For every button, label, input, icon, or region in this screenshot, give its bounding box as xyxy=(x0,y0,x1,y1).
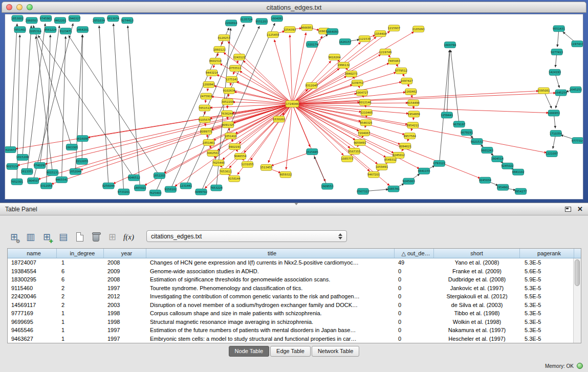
graph-node[interactable]: 8954211 xyxy=(407,122,419,128)
graph-node[interactable]: 9245034 xyxy=(479,177,492,183)
graph-node[interactable]: 1860122 xyxy=(213,47,226,53)
graph-node[interactable]: 2616095 xyxy=(76,136,89,142)
table-row[interactable]: 1872400712008Changes of HCN gene express… xyxy=(8,258,581,267)
graph-node[interactable]: 9102634 xyxy=(223,87,236,94)
graph-node[interactable]: 8099771 xyxy=(200,128,212,135)
table-row[interactable]: 1830029562008Estimation of significance … xyxy=(8,275,581,284)
column-header-year[interactable]: year xyxy=(104,249,146,258)
graph-node[interactable]: 1231055 xyxy=(241,161,253,167)
graph-node[interactable]: 8256044 xyxy=(102,183,115,189)
graph-node[interactable]: 9618264 xyxy=(328,54,341,60)
graph-node[interactable]: 9465541 xyxy=(55,177,68,183)
graph-node[interactable]: 9059491 xyxy=(354,140,366,146)
graph-node[interactable]: 9091325 xyxy=(222,122,234,128)
graph-node[interactable]: 1904507 xyxy=(27,178,39,184)
graph-node[interactable]: 9733201 xyxy=(118,189,130,195)
graph-node[interactable]: 2475911 xyxy=(200,93,212,99)
new-table-icon[interactable] xyxy=(73,230,86,244)
graph-node[interactable]: 1852203 xyxy=(153,172,166,179)
graph-node[interactable]: 9105674 xyxy=(199,117,211,123)
graph-node[interactable]: 2620655 xyxy=(5,147,16,153)
graph-node[interactable]: 9245003 xyxy=(403,178,416,184)
graph-node[interactable]: 1320174 xyxy=(306,41,319,48)
graph-node[interactable]: 9561224 xyxy=(44,27,57,33)
tab-node-table[interactable]: Node Table xyxy=(229,346,269,357)
graph-node[interactable]: 7652301 xyxy=(11,179,23,185)
graph-node[interactable]: 8567322 xyxy=(357,188,369,194)
graph-node[interactable]: 1231441 xyxy=(180,183,192,189)
table-settings-icon[interactable]: ⊞ ⚙ xyxy=(7,230,21,244)
graph-node[interactable]: 7204067 xyxy=(358,130,370,136)
graph-node[interactable]: 7653224 xyxy=(210,185,223,191)
graph-node[interactable]: 9777314 xyxy=(572,138,583,144)
column-header-title[interactable]: title xyxy=(146,249,395,258)
graph-node[interactable]: 1940327 xyxy=(68,15,80,21)
graph-node[interactable]: 1865022 xyxy=(134,185,146,191)
table-row[interactable]: 977716911998Corpus callosum shape and si… xyxy=(8,309,581,318)
graph-node[interactable]: 1085741 xyxy=(387,186,400,192)
column-header-short[interactable]: short xyxy=(434,249,520,258)
graph-node[interactable]: 1996132 xyxy=(337,62,350,68)
graph-node[interactable]: 6793122 xyxy=(433,160,445,166)
graph-node[interactable]: 1085773 xyxy=(341,156,354,162)
graph-node[interactable]: 9021532 xyxy=(471,139,483,145)
graph-node[interactable]: 2051034 xyxy=(93,17,105,24)
table-row[interactable]: 2242004622012Investigating the contribut… xyxy=(8,292,581,301)
graph-node[interactable]: 8135724 xyxy=(240,16,253,23)
graph-node[interactable]: 8841155 xyxy=(418,168,430,174)
row-height-icon[interactable]: ▤ xyxy=(56,230,70,244)
table-row[interactable]: 969969511998Structural magnetic resonanc… xyxy=(8,318,581,326)
graph-node[interactable]: 1219749 xyxy=(379,49,392,55)
graph-node[interactable]: 1830202 xyxy=(273,116,285,122)
graph-node[interactable]: 1851461 xyxy=(203,140,215,146)
graph-node[interactable]: 7625403 xyxy=(149,190,162,196)
graph-node[interactable]: 1215937 xyxy=(388,25,400,31)
graph-node[interactable]: 8813074 xyxy=(107,15,120,21)
graph-node[interactable]: 1724046 xyxy=(286,101,299,107)
graph-node[interactable]: 9046554 xyxy=(234,153,247,159)
graph-node[interactable]: 7636244 xyxy=(221,111,234,117)
show-columns-icon[interactable]: ▥ xyxy=(24,230,37,244)
graph-node[interactable]: 1852044 xyxy=(69,168,82,174)
graph-node[interactable]: 7851513 xyxy=(199,105,211,111)
graph-node[interactable]: 1125459 xyxy=(267,32,279,38)
table-row[interactable]: 911546021997Tourette syndrome. Phenomeno… xyxy=(8,284,581,293)
graph-node[interactable]: 1221087 xyxy=(546,151,558,157)
graph-node[interactable]: 9551203 xyxy=(255,18,268,25)
graph-node[interactable]: 1154408 xyxy=(374,31,387,37)
graph-node[interactable]: 1954959 xyxy=(408,111,421,117)
graph-node[interactable]: 9059322 xyxy=(279,171,292,178)
panel-resize-handle[interactable] xyxy=(294,203,298,205)
graph-node[interactable]: 1259441 xyxy=(441,112,453,118)
graph-node[interactable]: 9158144 xyxy=(228,176,241,182)
zoom-window-button[interactable] xyxy=(27,4,33,10)
graph-node[interactable]: 8549312 xyxy=(384,157,397,163)
table-row[interactable]: 946554611997Estimation of the future num… xyxy=(8,326,581,335)
graph-node[interactable]: 1160462 xyxy=(405,89,417,95)
column-header-in_degree[interactable]: in_degree xyxy=(57,249,104,258)
graph-node[interactable]: 8094621 xyxy=(399,143,411,149)
graph-node[interactable]: 1200941 xyxy=(203,81,215,87)
graph-node[interactable]: 2060503 xyxy=(26,17,38,24)
minimize-window-button[interactable] xyxy=(16,4,23,10)
graph-node[interactable]: 2185093 xyxy=(412,26,425,32)
graph-node[interactable]: 9015134 xyxy=(6,163,19,169)
graph-node[interactable]: 3852204 xyxy=(222,99,234,105)
network-view-canvas[interactable]: 1724046812825318601228601518944321412009… xyxy=(5,14,583,200)
graph-node[interactable]: 1424193 xyxy=(549,69,561,75)
graph-node[interactable]: 1904514 xyxy=(491,156,504,162)
graph-node[interactable]: 8462201 xyxy=(54,17,66,24)
graph-node[interactable]: 1086953 xyxy=(548,110,560,116)
graph-node[interactable]: 9546325 xyxy=(360,120,372,126)
graph-node[interactable]: 9158102 xyxy=(164,186,177,192)
close-window-button[interactable] xyxy=(6,4,12,10)
window-titlebar[interactable]: citations_edges.txt xyxy=(2,2,586,13)
graph-node[interactable]: 1697427 xyxy=(401,78,413,84)
graph-node[interactable]: 8099702 xyxy=(195,189,207,195)
graph-node[interactable]: 1059491 xyxy=(376,164,388,170)
column-header-name[interactable]: name xyxy=(8,249,57,258)
graph-node[interactable]: 1815209 xyxy=(16,154,29,160)
graph-node[interactable]: 1645253 xyxy=(570,86,582,93)
graph-node[interactable]: 8679191 xyxy=(461,129,473,136)
graph-node[interactable]: 1464201 xyxy=(76,27,89,33)
